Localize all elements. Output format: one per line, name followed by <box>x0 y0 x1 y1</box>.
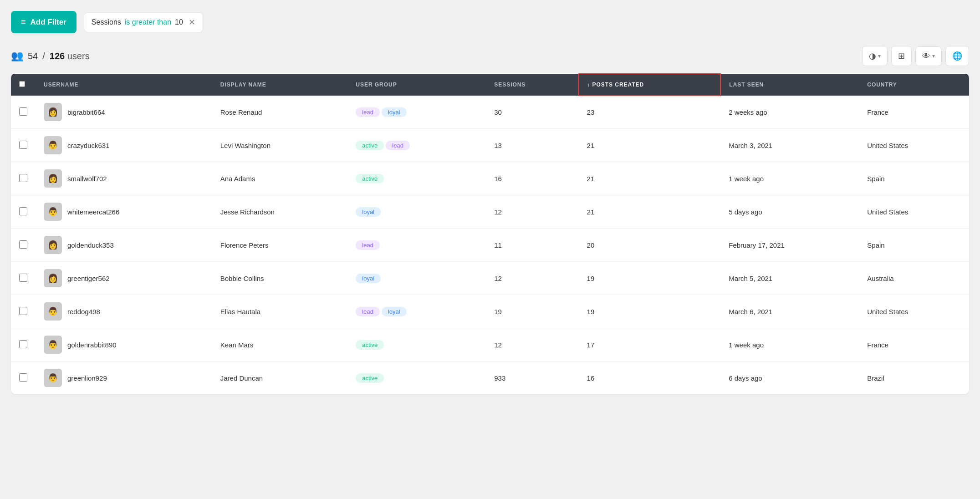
stats-row: 👥 54 / 126 users ◑ ▾ ⊞ 👁 ▾ 🌐 <box>11 46 969 66</box>
display-name-cell: Kean Mars <box>212 328 348 362</box>
display-name-cell: Ana Adams <box>212 162 348 195</box>
table-header-row: USERNAME DISPLAY NAME USER GROUP SESSION… <box>11 74 969 96</box>
col-country: COUNTRY <box>859 74 969 96</box>
row-checkbox-cell <box>11 328 36 362</box>
globe-button[interactable]: 🌐 <box>945 46 969 66</box>
filter-text-value: 10 <box>175 18 183 26</box>
sessions-cell: 13 <box>486 129 578 162</box>
username-text[interactable]: greenlion929 <box>67 374 107 382</box>
add-filter-label: Add Filter <box>31 18 66 27</box>
top-bar: ≡ Add Filter Sessions is greater than 10… <box>11 11 969 33</box>
avatar: 👨 <box>44 369 62 387</box>
chart-icon: ◑ <box>869 51 876 61</box>
posts-created-cell: 21 <box>579 162 721 195</box>
col-user-group: USER GROUP <box>347 74 486 96</box>
table-row: 👨whitemeercat266Jesse Richardsonloyal122… <box>11 195 969 229</box>
row-checkbox[interactable] <box>19 141 27 149</box>
username-text[interactable]: goldenduck353 <box>67 241 114 249</box>
table-row: 👨reddog498Elias Hautalaleadloyal1919Marc… <box>11 295 969 328</box>
last-seen-cell: 6 days ago <box>720 362 859 395</box>
table-row: 👩goldenduck353Florence Peterslead1120Feb… <box>11 229 969 262</box>
avatar: 👩 <box>44 236 62 254</box>
row-checkbox[interactable] <box>19 340 27 348</box>
username-text[interactable]: bigrabbit664 <box>67 108 105 116</box>
country-cell: United States <box>859 195 969 229</box>
badge-loyal: loyal <box>382 307 407 316</box>
badge-lead: lead <box>356 307 380 316</box>
col-sessions: SESSIONS <box>486 74 578 96</box>
badge-loyal: loyal <box>356 207 381 217</box>
country-cell: Brazil <box>859 362 969 395</box>
row-checkbox[interactable] <box>19 207 27 215</box>
row-checkbox-cell <box>11 229 36 262</box>
user-group-cell: leadloyal <box>347 96 486 129</box>
row-checkbox[interactable] <box>19 240 27 249</box>
username-text[interactable]: reddog498 <box>67 308 100 316</box>
row-checkbox[interactable] <box>19 274 27 282</box>
username-cell: 👨greenlion929 <box>36 362 212 395</box>
username-text[interactable]: crazyduck631 <box>67 142 110 149</box>
eye-button[interactable]: 👁 ▾ <box>915 46 942 66</box>
username-text[interactable]: whitemeercat266 <box>67 208 119 216</box>
username-cell: 👩goldenduck353 <box>36 229 212 262</box>
col-posts-created[interactable]: ↓POSTS CREATED <box>579 74 721 96</box>
user-group-cell: leadloyal <box>347 295 486 328</box>
row-checkbox[interactable] <box>19 174 27 182</box>
badge-active: active <box>356 174 384 183</box>
filter-close-button[interactable]: ✕ <box>189 17 195 27</box>
country-cell: Spain <box>859 162 969 195</box>
last-seen-cell: 1 week ago <box>720 328 859 362</box>
col-checkbox <box>11 74 36 96</box>
select-all-checkbox[interactable] <box>19 81 25 87</box>
display-name-cell: Jesse Richardson <box>212 195 348 229</box>
last-seen-cell: March 6, 2021 <box>720 295 859 328</box>
sessions-cell: 11 <box>486 229 578 262</box>
avatar: 👩 <box>44 103 62 121</box>
row-checkbox[interactable] <box>19 107 27 116</box>
avatar: 👨 <box>44 136 62 154</box>
user-group-cell: activelead <box>347 129 486 162</box>
separator: / <box>42 51 45 61</box>
toolbar-icons: ◑ ▾ ⊞ 👁 ▾ 🌐 <box>862 46 969 66</box>
users-icon: 👥 <box>11 50 23 62</box>
username-text[interactable]: greentiger562 <box>67 275 110 282</box>
col-last-seen: LAST SEEN <box>720 74 859 96</box>
filter-chip: Sessions is greater than 10 ✕ <box>84 12 203 32</box>
country-cell: United States <box>859 129 969 162</box>
total-count-value: 126 <box>50 51 65 61</box>
filtered-count: 54 <box>28 51 38 61</box>
col-username: USERNAME <box>36 74 212 96</box>
user-group-cell: active <box>347 162 486 195</box>
avatar: 👩 <box>44 169 62 188</box>
country-cell: France <box>859 328 969 362</box>
users-label: users <box>67 51 90 61</box>
last-seen-cell: February 17, 2021 <box>720 229 859 262</box>
row-checkbox[interactable] <box>19 373 27 382</box>
user-count: 👥 54 / 126 users <box>11 50 90 62</box>
sessions-cell: 16 <box>486 162 578 195</box>
table-row: 👩greentiger562Bobbie Collinsloyal1219Mar… <box>11 262 969 295</box>
chart-button[interactable]: ◑ ▾ <box>862 46 888 66</box>
user-group-cell: active <box>347 328 486 362</box>
display-name-cell: Florence Peters <box>212 229 348 262</box>
table-row: 👨goldenrabbit890Kean Marsactive12171 wee… <box>11 328 969 362</box>
posts-created-cell: 17 <box>579 328 721 362</box>
sessions-cell: 12 <box>486 262 578 295</box>
user-group-cell: active <box>347 362 486 395</box>
username-text[interactable]: smallwolf702 <box>67 175 107 183</box>
display-name-cell: Rose Renaud <box>212 96 348 129</box>
sessions-cell: 30 <box>486 96 578 129</box>
username-text[interactable]: goldenrabbit890 <box>67 341 117 349</box>
country-cell: Australia <box>859 262 969 295</box>
badge-active: active <box>356 373 384 383</box>
row-checkbox-cell <box>11 162 36 195</box>
grid-button[interactable]: ⊞ <box>891 46 912 66</box>
user-group-cell: loyal <box>347 262 486 295</box>
eye-chevron: ▾ <box>932 53 935 59</box>
badge-active: active <box>356 340 384 350</box>
add-filter-button[interactable]: ≡ Add Filter <box>11 11 77 33</box>
display-name-cell: Levi Washington <box>212 129 348 162</box>
eye-icon: 👁 <box>922 51 930 61</box>
row-checkbox[interactable] <box>19 307 27 315</box>
username-cell: 👩greentiger562 <box>36 262 212 295</box>
